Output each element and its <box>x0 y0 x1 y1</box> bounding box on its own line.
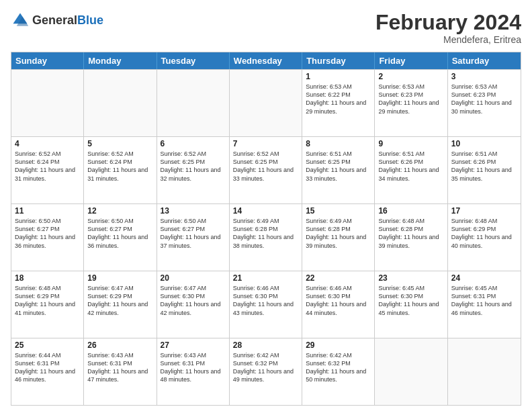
cell-day-number: 28 <box>233 340 298 350</box>
cell-info: Sunrise: 6:48 AMSunset: 6:29 PMDaylight:… <box>15 284 80 317</box>
header-day-sunday: Sunday <box>11 52 84 69</box>
cell-info: Sunrise: 6:42 AMSunset: 6:32 PMDaylight:… <box>233 351 298 384</box>
cell-day-number: 1 <box>306 72 371 81</box>
cell-day-number: 15 <box>306 206 371 216</box>
table-row <box>157 70 230 136</box>
cell-day-number: 21 <box>233 273 298 283</box>
cell-info: Sunrise: 6:53 AMSunset: 6:23 PMDaylight:… <box>451 83 517 116</box>
cell-day-number: 8 <box>306 139 371 148</box>
cell-day-number: 18 <box>15 273 80 283</box>
table-row: 20Sunrise: 6:47 AMSunset: 6:30 PMDayligh… <box>157 271 230 338</box>
table-row: 23Sunrise: 6:45 AMSunset: 6:30 PMDayligh… <box>375 271 447 338</box>
calendar-page: GeneralBlue February 2024 Mendefera, Eri… <box>0 0 532 411</box>
cell-day-number: 16 <box>378 206 443 216</box>
cell-info: Sunrise: 6:50 AMSunset: 6:27 PMDaylight:… <box>87 217 152 250</box>
cell-day-number: 6 <box>161 139 226 148</box>
cell-day-number: 5 <box>87 139 152 148</box>
week-row-2: 4Sunrise: 6:52 AMSunset: 6:24 PMDaylight… <box>11 136 521 203</box>
cell-info: Sunrise: 6:42 AMSunset: 6:32 PMDaylight:… <box>306 351 371 384</box>
cell-day-number: 26 <box>87 340 152 350</box>
table-row: 10Sunrise: 6:51 AMSunset: 6:26 PMDayligh… <box>448 137 521 203</box>
table-row: 3Sunrise: 6:53 AMSunset: 6:23 PMDaylight… <box>448 70 521 136</box>
logo: GeneralBlue <box>11 11 103 30</box>
cell-day-number: 7 <box>233 139 298 148</box>
cell-info: Sunrise: 6:43 AMSunset: 6:31 PMDaylight:… <box>87 351 152 384</box>
header-day-monday: Monday <box>84 52 157 69</box>
cell-day-number: 23 <box>378 273 443 283</box>
cell-info: Sunrise: 6:49 AMSunset: 6:28 PMDaylight:… <box>233 217 298 250</box>
cell-info: Sunrise: 6:53 AMSunset: 6:23 PMDaylight:… <box>378 83 443 116</box>
cell-info: Sunrise: 6:52 AMSunset: 6:24 PMDaylight:… <box>15 150 80 183</box>
cell-info: Sunrise: 6:43 AMSunset: 6:31 PMDaylight:… <box>161 351 226 384</box>
cell-day-number: 25 <box>15 340 80 350</box>
table-row: 28Sunrise: 6:42 AMSunset: 6:32 PMDayligh… <box>230 338 302 405</box>
header-day-thursday: Thursday <box>302 52 375 69</box>
cell-day-number: 19 <box>87 273 152 283</box>
cell-info: Sunrise: 6:50 AMSunset: 6:27 PMDaylight:… <box>161 217 226 250</box>
cell-info: Sunrise: 6:48 AMSunset: 6:29 PMDaylight:… <box>451 217 517 250</box>
cell-info: Sunrise: 6:52 AMSunset: 6:24 PMDaylight:… <box>87 150 152 183</box>
table-row <box>11 70 84 136</box>
table-row: 1Sunrise: 6:53 AMSunset: 6:22 PMDaylight… <box>302 70 375 136</box>
table-row: 24Sunrise: 6:45 AMSunset: 6:31 PMDayligh… <box>448 271 521 338</box>
cell-day-number: 20 <box>161 273 226 283</box>
logo-general: General <box>32 14 77 26</box>
cell-info: Sunrise: 6:48 AMSunset: 6:28 PMDaylight:… <box>378 217 443 250</box>
calendar-header: SundayMondayTuesdayWednesdayThursdayFrid… <box>11 52 521 69</box>
header-day-wednesday: Wednesday <box>230 52 302 69</box>
table-row <box>230 70 302 136</box>
cell-info: Sunrise: 6:51 AMSunset: 6:25 PMDaylight:… <box>306 150 371 183</box>
cell-info: Sunrise: 6:44 AMSunset: 6:31 PMDaylight:… <box>15 351 80 384</box>
cell-info: Sunrise: 6:47 AMSunset: 6:30 PMDaylight:… <box>161 284 226 317</box>
cell-day-number: 14 <box>233 206 298 216</box>
logo-icon <box>11 11 30 30</box>
table-row: 14Sunrise: 6:49 AMSunset: 6:28 PMDayligh… <box>230 204 302 271</box>
table-row: 15Sunrise: 6:49 AMSunset: 6:28 PMDayligh… <box>302 204 375 271</box>
header-day-friday: Friday <box>375 52 447 69</box>
title-block: February 2024 Mendefera, Eritrea <box>375 11 521 45</box>
header: GeneralBlue February 2024 Mendefera, Eri… <box>11 11 521 45</box>
cell-info: Sunrise: 6:50 AMSunset: 6:27 PMDaylight:… <box>15 217 80 250</box>
table-row: 7Sunrise: 6:52 AMSunset: 6:25 PMDaylight… <box>230 137 302 203</box>
week-row-3: 11Sunrise: 6:50 AMSunset: 6:27 PMDayligh… <box>11 203 521 271</box>
week-row-4: 18Sunrise: 6:48 AMSunset: 6:29 PMDayligh… <box>11 271 521 338</box>
table-row: 17Sunrise: 6:48 AMSunset: 6:29 PMDayligh… <box>448 204 521 271</box>
table-row: 26Sunrise: 6:43 AMSunset: 6:31 PMDayligh… <box>84 338 157 405</box>
table-row: 12Sunrise: 6:50 AMSunset: 6:27 PMDayligh… <box>84 204 157 271</box>
cell-info: Sunrise: 6:46 AMSunset: 6:30 PMDaylight:… <box>306 284 371 317</box>
cell-day-number: 17 <box>451 206 517 216</box>
table-row: 2Sunrise: 6:53 AMSunset: 6:23 PMDaylight… <box>375 70 447 136</box>
header-day-tuesday: Tuesday <box>157 52 230 69</box>
table-row <box>84 70 157 136</box>
month-year: February 2024 <box>375 11 521 34</box>
cell-day-number: 29 <box>306 340 371 350</box>
table-row: 22Sunrise: 6:46 AMSunset: 6:30 PMDayligh… <box>302 271 375 338</box>
cell-day-number: 9 <box>378 139 443 148</box>
cell-day-number: 13 <box>161 206 226 216</box>
cell-day-number: 24 <box>451 273 517 283</box>
table-row: 25Sunrise: 6:44 AMSunset: 6:31 PMDayligh… <box>11 338 84 405</box>
cell-day-number: 3 <box>451 72 517 81</box>
cell-info: Sunrise: 6:51 AMSunset: 6:26 PMDaylight:… <box>378 150 443 183</box>
table-row: 11Sunrise: 6:50 AMSunset: 6:27 PMDayligh… <box>11 204 84 271</box>
cell-info: Sunrise: 6:46 AMSunset: 6:30 PMDaylight:… <box>233 284 298 317</box>
cell-info: Sunrise: 6:45 AMSunset: 6:30 PMDaylight:… <box>378 284 443 317</box>
logo-blue: Blue <box>77 14 103 26</box>
calendar: SundayMondayTuesdayWednesdayThursdayFrid… <box>11 52 521 406</box>
calendar-body: 1Sunrise: 6:53 AMSunset: 6:22 PMDaylight… <box>11 69 521 405</box>
table-row: 8Sunrise: 6:51 AMSunset: 6:25 PMDaylight… <box>302 137 375 203</box>
cell-day-number: 22 <box>306 273 371 283</box>
table-row: 9Sunrise: 6:51 AMSunset: 6:26 PMDaylight… <box>375 137 447 203</box>
table-row: 18Sunrise: 6:48 AMSunset: 6:29 PMDayligh… <box>11 271 84 338</box>
table-row: 19Sunrise: 6:47 AMSunset: 6:29 PMDayligh… <box>84 271 157 338</box>
table-row: 16Sunrise: 6:48 AMSunset: 6:28 PMDayligh… <box>375 204 447 271</box>
table-row: 5Sunrise: 6:52 AMSunset: 6:24 PMDaylight… <box>84 137 157 203</box>
table-row: 27Sunrise: 6:43 AMSunset: 6:31 PMDayligh… <box>157 338 230 405</box>
cell-info: Sunrise: 6:52 AMSunset: 6:25 PMDaylight:… <box>233 150 298 183</box>
table-row <box>375 338 447 405</box>
cell-day-number: 2 <box>378 72 443 81</box>
location: Mendefera, Eritrea <box>375 34 521 45</box>
cell-day-number: 11 <box>15 206 80 216</box>
table-row: 6Sunrise: 6:52 AMSunset: 6:25 PMDaylight… <box>157 137 230 203</box>
table-row <box>448 338 521 405</box>
